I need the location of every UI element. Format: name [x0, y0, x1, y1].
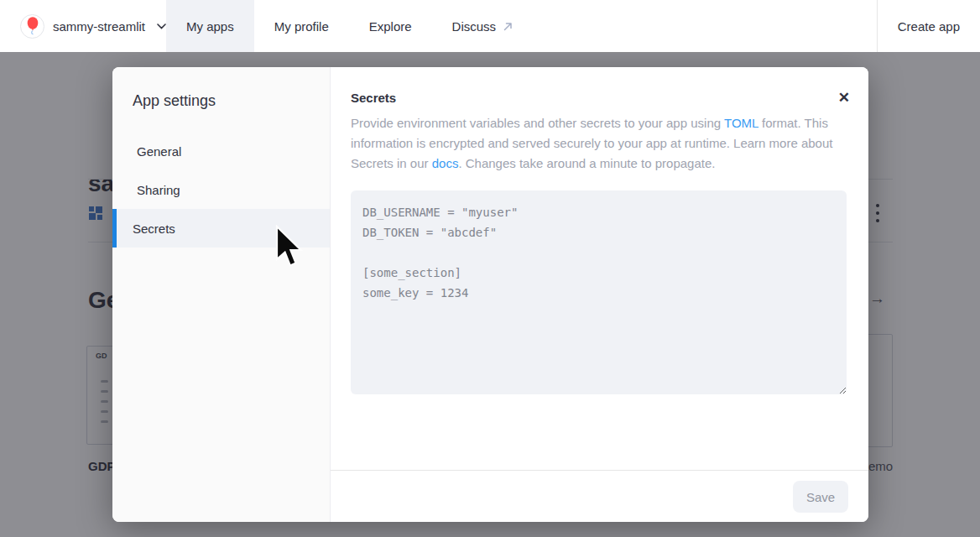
settings-title: App settings — [112, 67, 330, 110]
description-text: Provide environment variables and other … — [351, 116, 724, 130]
tab-my-apps[interactable]: My apps — [166, 0, 254, 52]
docs-link[interactable]: docs — [432, 156, 459, 170]
streamlit-balloon-logo — [20, 14, 44, 39]
tab-explore[interactable]: Explore — [349, 0, 432, 52]
description-text: . Changes take around a minute to propag… — [458, 156, 715, 170]
tab-my-profile[interactable]: My profile — [254, 0, 349, 52]
external-link-icon — [503, 21, 513, 32]
tab-discuss[interactable]: Discuss — [432, 0, 534, 52]
create-app-button[interactable]: Create app — [878, 0, 980, 52]
secrets-heading: Secrets — [351, 91, 396, 105]
settings-nav: General Sharing Secrets — [112, 132, 330, 248]
tab-label: Discuss — [452, 19, 497, 34]
save-button[interactable]: Save — [793, 481, 848, 513]
sidebar-item-label: Sharing — [137, 183, 180, 197]
secrets-textarea[interactable]: DB_USERNAME = "myuser" DB_TOKEN = "abcde… — [351, 190, 847, 394]
sidebar-item-sharing[interactable]: Sharing — [112, 170, 330, 209]
tab-label: My profile — [274, 19, 329, 34]
close-icon[interactable]: ✕ — [838, 91, 850, 105]
sidebar-item-label: Secrets — [133, 222, 175, 236]
sidebar-item-label: General — [137, 144, 181, 159]
chevron-down-icon — [157, 23, 166, 29]
tab-label: My apps — [186, 19, 234, 34]
app-settings-modal: App settings General Sharing Secrets Sec… — [112, 67, 868, 522]
modal-footer: Save — [331, 470, 868, 522]
workspace-name: sammy-streamlit — [53, 19, 145, 34]
sidebar-item-secrets[interactable]: Secrets — [112, 209, 330, 248]
workspace-switcher[interactable]: sammy-streamlit — [0, 0, 166, 52]
secrets-description: Provide environment variables and other … — [351, 113, 846, 174]
tab-label: Explore — [369, 19, 412, 34]
top-navbar: sammy-streamlit My apps My profile Explo… — [0, 0, 980, 52]
toml-link[interactable]: TOML — [724, 116, 758, 130]
sidebar-item-general[interactable]: General — [112, 132, 330, 170]
settings-sidebar: App settings General Sharing Secrets — [112, 67, 331, 522]
secrets-panel: Secrets ✕ Provide environment variables … — [331, 67, 868, 522]
